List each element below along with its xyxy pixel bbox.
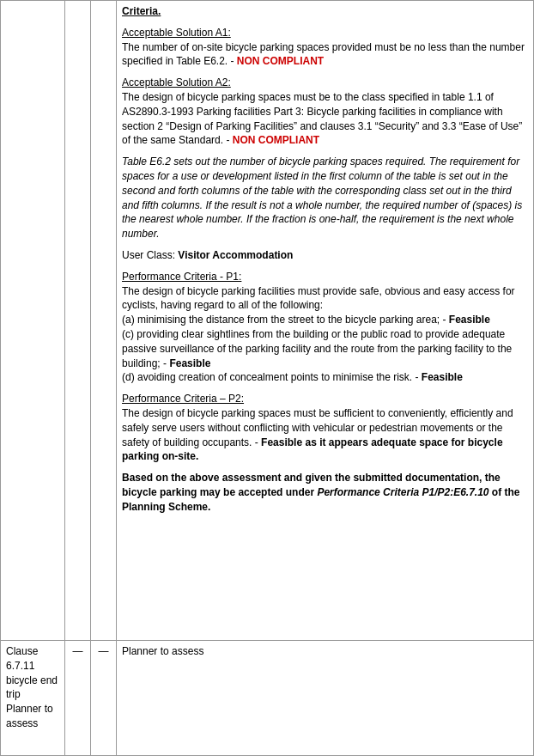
conclusion-paragraph: Based on the above assessment and given … [122,471,528,514]
page-container: Criteria. Acceptable Solution A1: The nu… [0,0,534,756]
table-note-paragraph: Table E6.2 sets out the number of bicycl… [122,155,528,241]
bottom-row: Clause 6.7.11 bicycle end trip Planner t… [1,641,534,756]
bottom-right-cell: Planner to assess [117,641,534,756]
bottom-dash1-cell: — [65,641,91,756]
pc-p1-paragraph: Performance Criteria - P1: The design of… [122,270,528,385]
main-table: Criteria. Acceptable Solution A1: The nu… [0,0,534,756]
dash2-cell [91,1,117,641]
pc-p2-paragraph: Performance Criteria – P2: The design of… [122,392,528,464]
bottom-left-cell: Clause 6.7.11 bicycle end trip Planner t… [1,641,65,756]
bottom-dash2-cell: — [91,641,117,756]
user-class-paragraph: User Class: Visitor Accommodation [122,248,528,263]
left-cell [1,1,65,641]
dash1-cell [65,1,91,641]
as-a2-paragraph: Acceptable Solution A2: The design of bi… [122,76,528,148]
content-cell: Criteria. Acceptable Solution A1: The nu… [117,1,534,641]
criteria-heading: Criteria. [122,4,528,19]
as-a1-paragraph: Acceptable Solution A1: The number of on… [122,26,528,69]
main-content-row: Criteria. Acceptable Solution A1: The nu… [1,1,534,641]
